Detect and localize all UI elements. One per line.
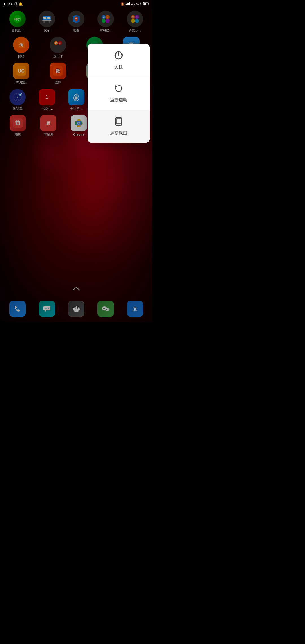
mute-icon: 🔕	[121, 2, 125, 6]
power-restart-label: 重新启动	[110, 97, 127, 103]
power-screenshot-item[interactable]: 屏幕截图	[88, 110, 150, 143]
power-restart-item[interactable]: 重新启动	[88, 77, 150, 110]
svg-rect-85	[118, 118, 119, 118]
power-shutdown-item[interactable]: 关机	[88, 44, 150, 77]
power-shutdown-label: 关机	[114, 64, 123, 70]
notification-icon: 🔔	[19, 2, 23, 6]
power-menu: 关机 重新启动 屏幕截图	[88, 44, 150, 143]
svg-rect-3	[129, 2, 130, 5]
signal-type: 4G	[131, 3, 135, 6]
power-screenshot-label: 屏幕截图	[110, 130, 127, 136]
power-restart-icon	[114, 84, 123, 95]
photo-icon: 🖼	[14, 2, 17, 6]
svg-rect-83	[116, 119, 121, 124]
svg-rect-2	[128, 3, 129, 5]
status-right: 🔕 4G 57%	[121, 2, 149, 6]
svg-point-84	[118, 124, 119, 125]
signal-icon	[126, 2, 130, 6]
svg-rect-6	[149, 3, 149, 4]
power-screenshot-icon	[114, 117, 123, 128]
svg-rect-1	[127, 3, 128, 5]
status-bar: 11:33 🖼 🔔 🔕 4G 57%	[0, 0, 152, 8]
time: 11:33	[3, 2, 12, 6]
svg-rect-5	[144, 3, 146, 5]
battery-percent: 57%	[136, 2, 142, 6]
svg-rect-0	[126, 4, 127, 5]
battery-icon	[143, 2, 149, 6]
power-shutdown-icon	[114, 51, 123, 62]
svg-marker-81	[115, 85, 117, 88]
status-left: 11:33 🖼 🔔	[3, 2, 23, 6]
